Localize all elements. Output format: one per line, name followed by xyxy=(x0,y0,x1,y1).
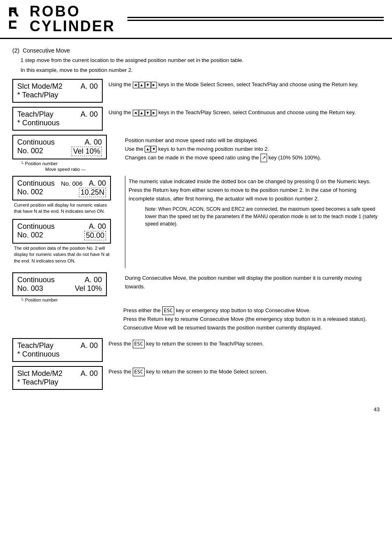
esc-desc1: Press either the ESC key or emergency st… xyxy=(123,306,380,315)
screen2-desc: Using the ◄▲▼► keys in the Teach/Play Sc… xyxy=(108,107,380,131)
screen7-line2: * Continuous xyxy=(17,350,98,359)
screen4b-line1: Continuous A. 00 xyxy=(17,222,106,231)
screen7-desc: Press the ESC key to return the screen t… xyxy=(108,338,380,362)
logo-robo: ROBO xyxy=(30,4,115,19)
screen1-desc: Using the ◄▲▼► keys in the Mode Select S… xyxy=(108,79,380,103)
screen4-line2: No. 002 10.25N xyxy=(17,188,106,197)
esc-key-1: ESC xyxy=(162,306,175,315)
screen5-line2: No. 003 Vel 10% xyxy=(17,284,102,293)
nav-keys-3: ▲▼ xyxy=(145,146,157,152)
screen5-box: Continuous A. 00 No. 003 Vel 10% xyxy=(12,272,107,296)
main-content: (2) Consecutive Move 1 step move from th… xyxy=(0,39,392,402)
screen3-desc1: Position number and move speed ratio wil… xyxy=(125,137,258,143)
screen3-a00: A. 00 xyxy=(85,138,102,147)
screen8-desc: Press the ESC key to return the screen t… xyxy=(108,366,380,390)
screen3-line1: Continuous A. 00 xyxy=(17,138,102,147)
esc-key-7: ESC xyxy=(133,340,145,348)
screen3-desc: Position number and move speed ratio wil… xyxy=(125,135,380,172)
screen2-line2: * Continuous xyxy=(17,119,98,127)
speed-ratio-label: Move speed ratio xyxy=(45,167,80,172)
screen4-caption: Current position will display for numeri… xyxy=(12,202,111,215)
screen1-row: Slct Mode/M2 A. 00 * Teach/Play Using th… xyxy=(12,79,380,103)
screen2-label: Teach/Play xyxy=(17,110,53,119)
screen8-left: Slct Mode/M2 A. 00 * Teach/Play xyxy=(12,366,103,390)
nav-keys-2: ◄▲▼► xyxy=(133,110,157,116)
note-content: When PCON, ACON, SCON and ERC2 are conne… xyxy=(145,206,378,227)
logo-text: ROBO CYLINDER xyxy=(30,4,115,34)
screen3-no002: No. 002 xyxy=(17,147,43,156)
screen7-a00: A. 00 xyxy=(81,341,98,350)
header-line-2 xyxy=(127,20,384,21)
screen5-row: Continuous A. 00 No. 003 Vel 10% └ Posit… xyxy=(12,272,380,302)
screen2-left: Teach/Play A. 00 * Continuous xyxy=(12,107,103,131)
screen5-annotation: └ Position number xyxy=(12,297,119,302)
screen4-line1: Continuous No. 006 A. 00 xyxy=(17,179,106,188)
screen7-label: Teach/Play xyxy=(17,341,53,350)
logo-icon xyxy=(8,7,30,31)
screen8-a00: A. 00 xyxy=(81,369,98,378)
screen8-line1: Slct Mode/M2 A. 00 xyxy=(17,369,98,378)
screen1-value: A. 00 xyxy=(81,82,98,91)
screen4-a00: A. 00 xyxy=(89,179,106,188)
intro-line-1: 1 step move from the current location to… xyxy=(21,56,380,64)
screen4b-no002: No. 002 xyxy=(17,231,43,240)
screen4b-line2: No. 002 50.00 xyxy=(17,231,106,240)
nav-keys-1: ◄▲▼► xyxy=(133,82,157,88)
screen1-line2: * Teach/Play xyxy=(17,91,98,99)
screen2-line1: Teach/Play A. 00 xyxy=(17,110,98,119)
intro-line-2: In this example, move to the position nu… xyxy=(21,66,380,74)
screen3-annotations: └ Position number Move speed ratio — xyxy=(12,161,119,172)
logo-cylinder: CYLINDER xyxy=(30,19,115,34)
screen5-vel: Vel 10% xyxy=(75,284,102,293)
screen3-left: Continuous A. 00 No. 002 Vel 10% └ Posit… xyxy=(12,135,119,172)
screen5-line1: Continuous A. 00 xyxy=(17,276,102,284)
screen3-box: Continuous A. 00 No. 002 Vel 10% xyxy=(12,135,107,159)
header-line-1 xyxy=(127,17,384,18)
screen4b-caption: The old position data of the position No… xyxy=(12,245,111,264)
note-text: Note: When PCON, ACON, SCON and ERC2 are… xyxy=(145,205,380,228)
screen4b-a00: A. 00 xyxy=(89,222,106,231)
screen4-desc-main: The numeric value indicated inside the d… xyxy=(129,178,371,202)
screen3-row: Continuous A. 00 No. 002 Vel 10% └ Posit… xyxy=(12,135,380,172)
esc-desc2: Press the Return key to resume Consecuti… xyxy=(123,315,380,332)
screen3-line2: No. 002 Vel 10% xyxy=(17,147,102,156)
screen1-left: Slct Mode/M2 A. 00 * Teach/Play xyxy=(12,79,103,103)
pos-number-label: Position number xyxy=(25,161,58,166)
pos-number-annotation: └ Position number xyxy=(21,161,119,166)
screen3-vel: Vel 10% xyxy=(71,147,102,156)
screen5-label: Continuous xyxy=(17,276,55,284)
screen4-desc: The numeric value indicated inside the d… xyxy=(125,176,380,268)
screen2-row: Teach/Play A. 00 * Continuous Using the … xyxy=(12,107,380,131)
screen4-row: Continuous No. 006 A. 00 No. 002 10.25N … xyxy=(12,176,380,268)
screen4b-box: Continuous A. 00 No. 002 50.00 xyxy=(12,219,111,244)
screen4b-label: Continuous xyxy=(17,222,55,231)
screen1-line1: Slct Mode/M2 A. 00 xyxy=(17,82,98,91)
screen2-box: Teach/Play A. 00 * Continuous xyxy=(12,107,103,131)
screen8-box: Slct Mode/M2 A. 00 * Teach/Play xyxy=(12,366,103,390)
screen3-label: Continuous xyxy=(17,138,55,147)
screen1-label: Slct Mode/M2 xyxy=(17,82,62,91)
esc-descriptions: Press either the ESC key or emergency st… xyxy=(123,306,380,332)
screen8-line2: * Teach/Play xyxy=(17,378,98,387)
header-decoration xyxy=(127,17,384,21)
screen5-a00: A. 00 xyxy=(85,276,102,284)
screen4-no006: No. 006 xyxy=(61,179,83,188)
esc-key-8: ESC xyxy=(133,368,145,376)
screen5-desc: During Consecutive Move, the position nu… xyxy=(125,272,380,302)
screen4-val: 10.25N xyxy=(79,188,106,197)
screen8-label: Slct Mode/M2 xyxy=(17,369,62,378)
page-number: 43 xyxy=(0,402,392,417)
screen1-box: Slct Mode/M2 A. 00 * Teach/Play xyxy=(12,79,103,103)
screen2-value: A. 00 xyxy=(81,110,98,119)
screen7-line1: Teach/Play A. 00 xyxy=(17,341,98,350)
section-number: (2) xyxy=(12,47,19,54)
screen7-left: Teach/Play A. 00 * Continuous xyxy=(12,338,103,362)
screen4-left: Continuous No. 006 A. 00 No. 002 10.25N … xyxy=(12,176,119,268)
note-prefix: Note: xyxy=(145,206,157,212)
svg-rect-7 xyxy=(9,27,16,29)
screen4-no002: No. 002 xyxy=(17,188,43,197)
tilde-key: ↗ xyxy=(261,154,267,162)
svg-rect-3 xyxy=(9,11,16,12)
screen4b-val: 50.00 xyxy=(84,231,106,240)
screen5-no003: No. 003 xyxy=(17,284,43,293)
